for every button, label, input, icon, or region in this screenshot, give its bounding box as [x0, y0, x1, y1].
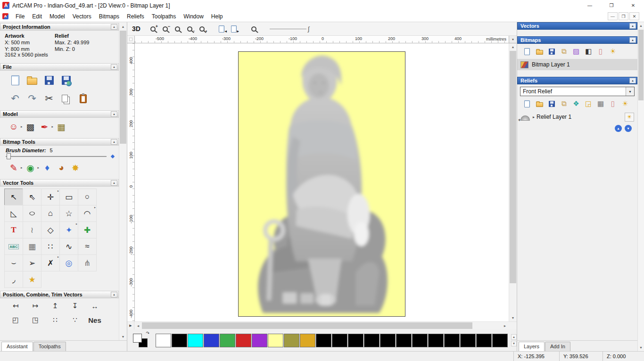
create-circle-tool[interactable]: ○ [78, 189, 97, 205]
align-left-button[interactable]: ↤ [6, 299, 25, 312]
collapse-icon[interactable]: ▲ [111, 64, 117, 70]
scrollbar-track[interactable] [509, 50, 517, 314]
fit-polyline-tool[interactable]: ∿ [59, 238, 78, 255]
ruler-units-dropdown[interactable]: ▼ [509, 36, 517, 43]
colour-swatch[interactable] [380, 334, 396, 347]
align-centre-button[interactable]: ↔ [85, 299, 105, 312]
minimize-button[interactable]: — [579, 0, 601, 11]
colour-swatch[interactable] [188, 334, 203, 347]
combo-dropdown-icon[interactable]: ▼ [626, 87, 634, 96]
tab-add-in[interactable]: Add In [545, 342, 570, 351]
trim-pieces-button[interactable]: ∵ [65, 313, 85, 326]
save-bitmap-button[interactable] [545, 47, 558, 56]
text-block-tool[interactable]: ABC [4, 238, 23, 255]
text-grid-tool[interactable]: ▦ [23, 238, 41, 255]
canvas-viewport[interactable] [135, 43, 509, 321]
join-vectors-tool[interactable]: ⌣ [4, 254, 23, 271]
collapse-icon[interactable]: ▲ [111, 292, 117, 297]
menu-vectors[interactable]: Vectors [69, 12, 95, 21]
collapse-icon[interactable]: ▲ [629, 37, 636, 43]
colour-swatch[interactable] [204, 334, 219, 347]
primary-secondary-colour-indicator[interactable]: ↷ [133, 332, 150, 348]
create-arc-tool[interactable]: ◠▸ [78, 205, 97, 222]
collapse-icon[interactable]: ▲ [111, 111, 117, 117]
colour-swatch[interactable] [300, 334, 315, 347]
undo-button[interactable]: ↶ [7, 91, 24, 106]
toggle-visibility-button[interactable]: ☀ [607, 47, 619, 56]
new-relief-layer-button[interactable] [521, 99, 533, 108]
paint-selective-button[interactable]: ◉ [24, 161, 38, 174]
bitmap-layer-name[interactable]: Bitmap Layer 1 [532, 61, 570, 68]
colour-swatch[interactable] [236, 334, 251, 347]
node-editing-tool[interactable]: ⇖ [23, 189, 41, 205]
scroll-down-icon[interactable]: ▼ [638, 344, 644, 351]
save-model-button[interactable] [41, 73, 58, 87]
toggle-visibility-button[interactable]: ☀ [619, 99, 631, 108]
scrollbar-thumb[interactable] [510, 51, 516, 283]
wrap-text-tool[interactable]: ≀ [23, 222, 41, 238]
colour-swatch[interactable] [348, 334, 363, 347]
previous-view-button[interactable]: ◂ [216, 24, 228, 34]
colour-swatch[interactable] [492, 334, 508, 347]
scroll-up-icon[interactable]: ▲ [509, 43, 517, 50]
move-layer-up-button[interactable]: ▲ [615, 125, 622, 132]
measure-tool[interactable]: ◇ [41, 222, 60, 238]
flyout-arrow-icon[interactable]: ▸ [38, 166, 40, 170]
colour-swatch[interactable] [460, 334, 476, 347]
greyscale-button[interactable]: ◧ [582, 47, 594, 56]
expand-arrow-icon[interactable]: ▸ [533, 115, 535, 119]
flyout-arrow-icon[interactable]: ▸ [21, 125, 23, 129]
scroll-down-icon[interactable]: ▼ [119, 333, 127, 340]
collapse-icon[interactable]: ▲ [111, 24, 117, 30]
smooth-relief-button[interactable]: ❖ [570, 99, 582, 108]
select-vectors-tool[interactable]: ↖ [4, 189, 23, 205]
layer-visibility-bulb-icon[interactable]: ☀ [625, 113, 634, 122]
tab-toolpaths[interactable]: Toolpaths [33, 342, 66, 351]
align-top-button[interactable]: ↥ [45, 299, 65, 312]
colour-swatch[interactable] [412, 334, 428, 347]
scroll-down-icon[interactable]: ▼ [509, 314, 517, 321]
canvas-vertical-scrollbar[interactable]: ▲ ▼ [509, 43, 517, 321]
texture-relief-button[interactable]: ▦ [594, 99, 607, 108]
align-bottom-button[interactable]: ↧ [65, 299, 85, 312]
mdi-minimize-button[interactable]: — [608, 12, 618, 20]
relief-layer-row[interactable]: + ▸ Relief Layer 1 ☀ [517, 111, 637, 123]
redo-button[interactable]: ↷ [24, 91, 41, 106]
create-polyline-tool[interactable]: ◺ [4, 205, 23, 222]
dimension-tool[interactable]: ✦▸ [59, 222, 78, 238]
menu-file[interactable]: File [12, 12, 28, 21]
colour-swatch[interactable] [316, 334, 331, 347]
zoom-in-button[interactable]: + [147, 24, 159, 34]
flood-fill-button[interactable]: ✸ [68, 161, 83, 174]
colour-swatch[interactable] [172, 334, 187, 347]
paint-brush-button[interactable]: ✎ [7, 161, 21, 174]
palette-scroll-down-icon[interactable]: ▼ [511, 341, 517, 346]
measure-angle-tool[interactable]: ⋔ [78, 254, 97, 271]
zoom-out-button[interactable]: − [159, 24, 171, 34]
load-picture-button[interactable]: ▦ [54, 120, 68, 133]
delete-relief-button[interactable]: ▯ [607, 99, 619, 108]
transform-vectors-tool[interactable]: ✛▸ [41, 189, 60, 205]
scrollbar-thumb[interactable] [120, 31, 126, 144]
new-bitmap-layer-button[interactable] [521, 47, 533, 56]
align-right-button[interactable]: ↦ [25, 299, 45, 312]
transparency-button[interactable]: ▨ [570, 47, 582, 56]
canvas-horizontal-scrollbar[interactable]: ▶ ◄ ► [127, 321, 517, 329]
flyout-arrow-icon[interactable]: ▸ [21, 166, 23, 170]
subtract-vectors-button[interactable]: ◳ [25, 313, 45, 326]
assistant-scrollbar[interactable]: ▲ ▼ [119, 23, 127, 340]
delete-layer-button[interactable]: ▯ [594, 47, 607, 56]
scrollbar-track[interactable] [142, 322, 501, 329]
colour-swatch[interactable] [252, 334, 267, 347]
panel-scrollbar[interactable]: ▲ ▼ [637, 22, 644, 351]
create-polygon-tool[interactable]: ⌂ [41, 205, 60, 222]
trim-vectors-tool[interactable]: ✗▸ [41, 254, 60, 271]
tab-layers[interactable]: Layers [519, 342, 545, 351]
new-model-button[interactable] [7, 73, 24, 87]
create-ellipse-tool[interactable]: ○ [23, 205, 41, 222]
palette-scroll-up-icon[interactable]: ▲ [511, 334, 517, 340]
colour-swatch[interactable] [220, 334, 235, 347]
collapse-icon[interactable]: ▲ [111, 139, 117, 145]
save-relief-button[interactable] [545, 99, 558, 108]
colour-swatch[interactable] [332, 334, 347, 347]
